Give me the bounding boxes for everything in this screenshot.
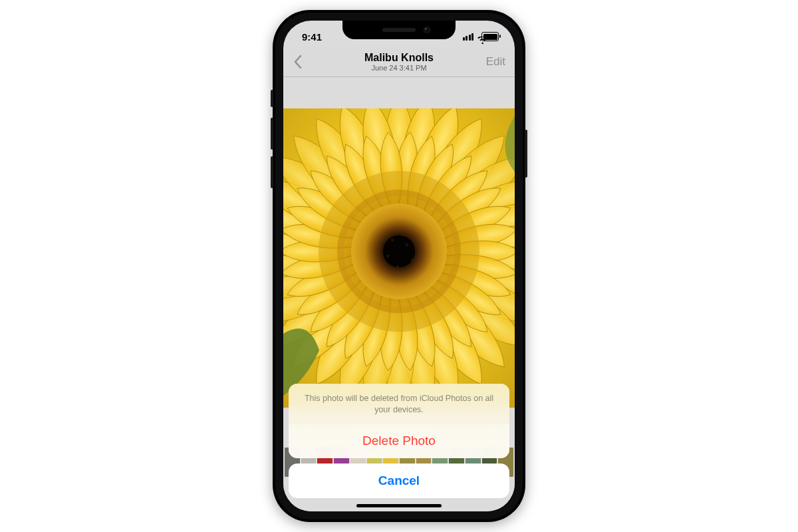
svg-point-5 [391, 239, 394, 241]
status-time: 9:41 [302, 31, 322, 43]
photo-top-gap [283, 76, 515, 108]
svg-point-7 [386, 255, 389, 257]
volume-down-button[interactable] [271, 156, 273, 188]
svg-point-4 [383, 235, 415, 267]
photo-content[interactable] [283, 108, 515, 408]
action-sheet-message: This photo will be deleted from iCloud P… [289, 384, 509, 424]
status-icons [463, 32, 499, 41]
svg-point-9 [396, 265, 399, 268]
delete-photo-button[interactable]: Delete Photo [289, 424, 509, 458]
action-sheet: This photo will be deleted from iCloud P… [289, 384, 509, 498]
power-button[interactable] [525, 130, 527, 178]
cancel-button[interactable]: Cancel [289, 464, 509, 498]
home-indicator[interactable] [356, 504, 442, 507]
nav-bar: Malibu Knolls June 24 3:41 PM Edit [283, 47, 515, 77]
screen: 9:41 Malibu Knolls Jun [283, 21, 515, 511]
mute-switch[interactable] [271, 90, 273, 107]
battery-icon [481, 32, 499, 41]
svg-point-6 [406, 243, 408, 246]
front-camera [424, 27, 430, 33]
nav-subtitle: June 24 3:41 PM [283, 64, 515, 72]
nav-title: Malibu Knolls [283, 52, 515, 64]
edit-button[interactable]: Edit [486, 55, 505, 68]
cellular-signal-icon [463, 33, 474, 41]
svg-point-10 [402, 233, 404, 236]
svg-point-8 [411, 259, 414, 261]
chevron-left-icon [294, 55, 302, 68]
back-button[interactable] [283, 47, 313, 76]
earpiece-speaker [382, 28, 416, 32]
nav-title-block: Malibu Knolls June 24 3:41 PM [283, 52, 515, 72]
phone-frame: 9:41 Malibu Knolls Jun [273, 10, 525, 522]
notch [342, 21, 456, 39]
volume-up-button[interactable] [271, 118, 273, 150]
action-sheet-group: This photo will be deleted from iCloud P… [289, 384, 509, 458]
